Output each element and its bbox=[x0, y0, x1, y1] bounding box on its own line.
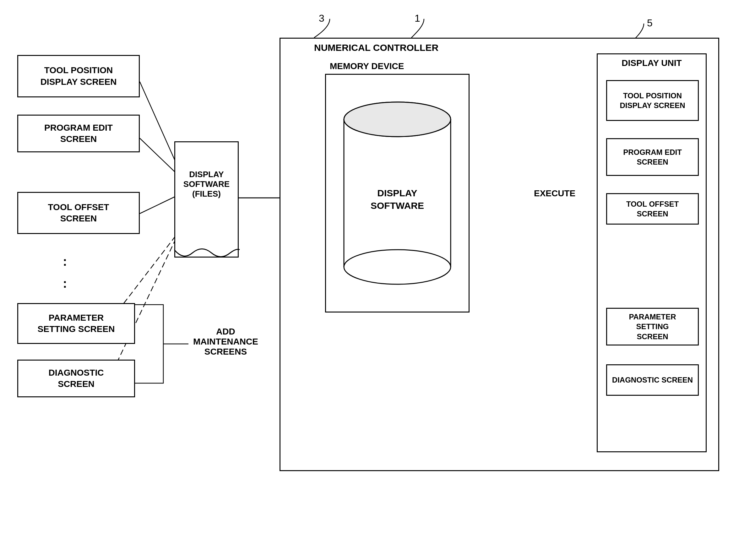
ref-5: 5 bbox=[647, 17, 652, 29]
svg-text:SOFTWARE: SOFTWARE bbox=[371, 200, 424, 211]
svg-text:DISPLAY: DISPLAY bbox=[377, 188, 417, 198]
right-param-setting-box: PARAMETER SETTINGSCREEN bbox=[606, 308, 699, 345]
dsf-box bbox=[174, 141, 239, 258]
left-diagnostic-label: DIAGNOSTICSCREEN bbox=[49, 367, 104, 390]
left-tool-position-box: TOOL POSITIONDISPLAY SCREEN bbox=[17, 55, 140, 97]
left-tool-offset-box: TOOL OFFSETSCREEN bbox=[17, 192, 140, 234]
left-program-edit-label: PROGRAM EDITSCREEN bbox=[44, 122, 113, 145]
dots-1: : bbox=[63, 254, 67, 269]
right-tool-offset-label: TOOL OFFSET SCREEN bbox=[612, 199, 693, 219]
cylinder-icon: DISPLAY SOFTWARE bbox=[341, 91, 454, 292]
memory-device-label: MEMORY DEVICE bbox=[330, 61, 404, 71]
dsf-wavy bbox=[174, 248, 240, 265]
nc-label: NUMERICAL CONTROLLER bbox=[314, 42, 438, 53]
dsf-label: DISPLAYSOFTWARE(FILES) bbox=[171, 170, 242, 199]
left-param-setting-box: PARAMETERSETTING SCREEN bbox=[17, 303, 135, 344]
ref-3: 3 bbox=[319, 13, 324, 24]
right-tool-position-box: TOOL POSITIONDISPLAY SCREEN bbox=[606, 80, 699, 121]
right-param-setting-label: PARAMETER SETTINGSCREEN bbox=[612, 312, 693, 341]
dots-2: : bbox=[63, 276, 67, 290]
display-unit-label: DISPLAY UNIT bbox=[600, 58, 704, 68]
execute-label: EXECUTE bbox=[534, 188, 575, 198]
right-program-edit-label: PROGRAM EDITSCREEN bbox=[623, 147, 682, 167]
right-diagnostic-label: DIAGNOSTIC SCREEN bbox=[612, 375, 693, 385]
ref-1: 1 bbox=[415, 13, 420, 24]
svg-point-17 bbox=[344, 250, 451, 284]
right-diagnostic-box: DIAGNOSTIC SCREEN bbox=[606, 364, 699, 396]
left-param-setting-label: PARAMETERSETTING SCREEN bbox=[38, 312, 115, 335]
svg-point-19 bbox=[344, 102, 451, 137]
left-tool-position-label: TOOL POSITIONDISPLAY SCREEN bbox=[40, 65, 117, 88]
diagram: 3 1 5 TOOL POSITIONDISPLAY SCREEN PROGRA… bbox=[0, 0, 739, 560]
svg-line-0 bbox=[140, 82, 179, 170]
left-tool-offset-label: TOOL OFFSETSCREEN bbox=[48, 201, 109, 225]
right-tool-position-label: TOOL POSITIONDISPLAY SCREEN bbox=[620, 91, 685, 110]
left-diagnostic-box: DIAGNOSTICSCREEN bbox=[17, 360, 135, 397]
right-tool-offset-box: TOOL OFFSET SCREEN bbox=[606, 193, 699, 225]
right-program-edit-box: PROGRAM EDITSCREEN bbox=[606, 138, 699, 176]
add-maintenance-label: ADDMAINTENANCESCREENS bbox=[193, 327, 258, 357]
left-program-edit-box: PROGRAM EDITSCREEN bbox=[17, 115, 140, 152]
